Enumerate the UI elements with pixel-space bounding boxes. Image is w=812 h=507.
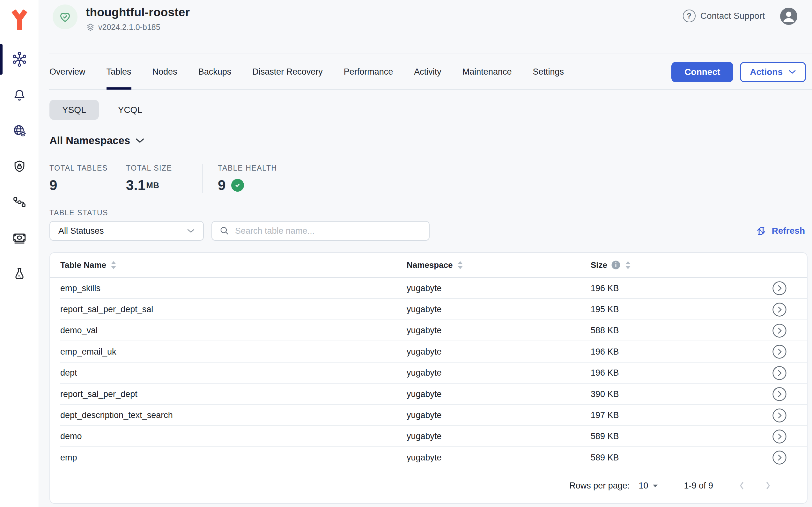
cell-namespace: yugabyte (407, 347, 591, 357)
sidebar-item-alerts[interactable] (0, 77, 39, 113)
row-open-button[interactable] (772, 323, 787, 338)
tab-performance[interactable]: Performance (344, 54, 393, 90)
namespace-filter[interactable]: All Namespaces (49, 134, 808, 147)
table-header-row: Table Name Namespace Size (50, 253, 807, 278)
search-input[interactable] (235, 226, 422, 236)
chevron-down-icon (187, 228, 195, 233)
row-open-button[interactable] (772, 344, 787, 359)
sidebar-nav (0, 42, 39, 291)
connect-button[interactable]: Connect (671, 62, 733, 82)
status-select-value: All Statuses (58, 226, 104, 236)
sort-icon[interactable] (457, 261, 464, 270)
row-open-button[interactable] (772, 302, 787, 317)
main-area: thoughtful-rooster v2024.2.1.0-b185 ? Co… (39, 0, 812, 507)
tables-content: YSQL YCQL All Namespaces TOTAL TABLES 9 … (39, 90, 812, 507)
chevron-right-circle-icon (772, 366, 787, 380)
rows-per-page-select[interactable]: 10 (639, 481, 658, 491)
cell-table-name: demo_val (60, 326, 407, 335)
cell-namespace: yugabyte (407, 453, 591, 463)
version-label: v2024.2.1.0-b185 (98, 23, 160, 32)
table-row[interactable]: emp yugabyte 589 KB (50, 447, 807, 468)
sort-icon[interactable] (625, 261, 632, 270)
cell-size: 196 KB (591, 368, 760, 378)
row-open-button[interactable] (772, 450, 787, 465)
cell-table-name: dept_description_text_search (60, 410, 407, 420)
previous-page-button[interactable] (738, 480, 745, 491)
next-page-button[interactable] (765, 480, 772, 491)
namespace-filter-label: All Namespaces (49, 134, 130, 147)
stats-divider (202, 164, 203, 193)
cell-size: 588 KB (591, 326, 760, 335)
cell-size: 589 KB (591, 453, 760, 463)
chevron-left-icon (738, 480, 745, 491)
table-row[interactable]: dept yugabyte 196 KB (50, 362, 807, 384)
sidebar-item-billing[interactable] (0, 220, 39, 256)
stat-value: 9 (49, 177, 126, 193)
cell-table-name: report_sal_per_dept_sal (60, 304, 407, 315)
cell-namespace: yugabyte (407, 368, 591, 378)
stat-value: 9 (218, 177, 294, 193)
ysql-toggle[interactable]: YSQL (49, 100, 99, 120)
tab-activity[interactable]: Activity (414, 54, 441, 90)
sidebar-item-universes[interactable] (0, 42, 39, 77)
tab-maintenance[interactable]: Maintenance (463, 54, 512, 90)
cell-namespace: yugabyte (407, 326, 591, 335)
tab-tables[interactable]: Tables (107, 54, 131, 90)
table-row[interactable]: demo_val yugabyte 588 KB (50, 320, 807, 341)
row-open-button[interactable] (772, 408, 787, 423)
sidebar-item-cloud-config[interactable] (0, 113, 39, 149)
cell-size: 390 KB (591, 389, 760, 399)
stat-value: 3.1MB (126, 177, 202, 193)
row-open-button[interactable] (772, 366, 787, 380)
search-icon (219, 225, 230, 236)
layers-icon (86, 23, 95, 32)
tab-nodes[interactable]: Nodes (153, 54, 177, 90)
globe-gear-icon (12, 123, 27, 138)
cell-table-name: emp_email_uk (60, 347, 407, 357)
row-open-button[interactable] (772, 429, 787, 444)
cell-namespace: yugabyte (407, 283, 591, 293)
chevron-right-circle-icon (772, 323, 787, 338)
table-row[interactable]: emp_skills yugabyte 196 KB (50, 278, 807, 299)
tab-overview[interactable]: Overview (49, 54, 86, 90)
check-icon (234, 181, 241, 189)
table-row[interactable]: report_sal_per_dept yugabyte 390 KB (50, 384, 807, 405)
actions-button-label: Actions (750, 67, 783, 77)
health-ok-badge (231, 179, 244, 192)
tab-settings[interactable]: Settings (533, 54, 564, 90)
tab-disaster-recovery[interactable]: Disaster Recovery (252, 54, 323, 90)
table-row[interactable]: emp_email_uk yugabyte 196 KB (50, 341, 807, 362)
refresh-icon (755, 225, 767, 237)
tab-bar: Overview Tables Nodes Backups Disaster R… (39, 54, 812, 90)
refresh-button[interactable]: Refresh (755, 225, 805, 237)
sidebar-item-labs[interactable] (0, 256, 39, 291)
shield-lock-icon (12, 159, 27, 174)
stat-label: TOTAL TABLES (49, 164, 126, 172)
row-open-button[interactable] (772, 281, 787, 296)
contact-support-link[interactable]: ? Contact Support (683, 10, 765, 22)
filter-row: All Statuses Refresh (49, 221, 808, 241)
info-icon[interactable] (611, 260, 620, 270)
stat-total-size: TOTAL SIZE 3.1MB (126, 164, 202, 193)
sidebar-item-security[interactable] (0, 149, 39, 184)
table-row[interactable]: demo yugabyte 589 KB (50, 426, 807, 447)
row-open-button[interactable] (772, 387, 787, 401)
cell-size: 197 KB (591, 410, 760, 420)
flow-icon (12, 195, 27, 210)
status-select[interactable]: All Statuses (49, 221, 204, 241)
yugabyte-logo-icon[interactable] (0, 0, 39, 36)
chevron-right-circle-icon (772, 450, 787, 465)
sort-icon[interactable] (110, 261, 117, 270)
flask-icon (12, 266, 27, 281)
table-row[interactable]: dept_description_text_search yugabyte 19… (50, 405, 807, 426)
tab-backups[interactable]: Backups (198, 54, 231, 90)
heart-check-icon (58, 10, 72, 23)
universe-header: thoughtful-rooster v2024.2.1.0-b185 ? Co… (39, 0, 812, 54)
sidebar-item-task-flows[interactable] (0, 184, 39, 220)
actions-button[interactable]: Actions (740, 62, 806, 82)
chevron-right-circle-icon (772, 387, 787, 401)
ycql-toggle[interactable]: YCQL (105, 100, 155, 120)
pagination: Rows per page: 10 1-9 of 9 (50, 468, 807, 503)
user-avatar[interactable] (780, 8, 797, 25)
table-row[interactable]: report_sal_per_dept_sal yugabyte 195 KB (50, 299, 807, 320)
